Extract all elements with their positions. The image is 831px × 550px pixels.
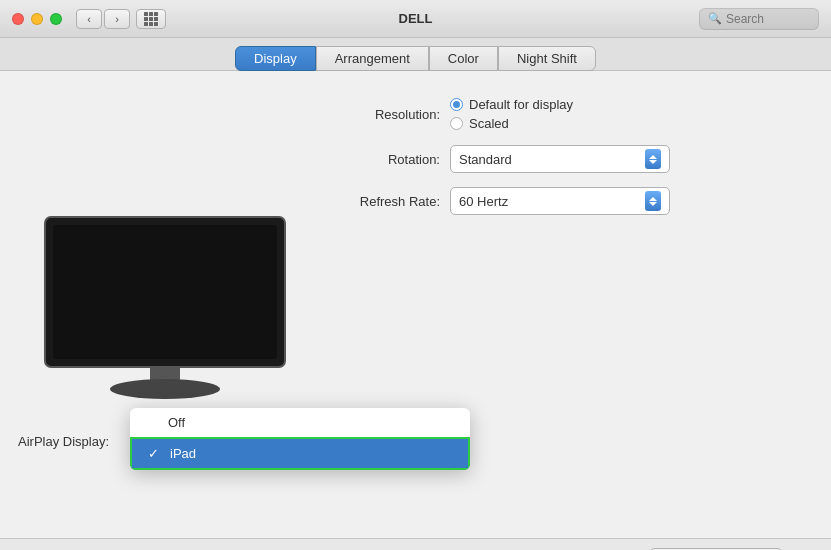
arrow-up-icon: [649, 197, 657, 201]
arrow-down-icon: [649, 160, 657, 164]
refresh-label: Refresh Rate:: [330, 194, 440, 209]
arrow-down-icon: [649, 202, 657, 206]
airplay-ipad-label: iPad: [170, 446, 196, 461]
refresh-row: Refresh Rate: 60 Hertz: [330, 187, 811, 215]
tab-arrangement[interactable]: Arrangement: [316, 46, 429, 71]
arrow-up-icon: [649, 155, 657, 159]
traffic-lights: [12, 13, 62, 25]
title-bar: ‹ › DELL 🔍: [0, 0, 831, 38]
resolution-default-radio[interactable]: [450, 98, 463, 111]
resolution-default-label: Default for display: [469, 97, 573, 112]
search-input[interactable]: [726, 12, 806, 26]
window-title: DELL: [399, 11, 433, 26]
rotation-select[interactable]: Standard: [450, 145, 670, 173]
resolution-options: Default for display Scaled: [450, 97, 573, 131]
forward-button[interactable]: ›: [104, 9, 130, 29]
airplay-label: AirPlay Display:: [18, 434, 115, 483]
rotation-label: Rotation:: [330, 152, 440, 167]
tab-night-shift[interactable]: Night Shift: [498, 46, 596, 71]
rotation-value: Standard: [459, 152, 512, 167]
svg-rect-1: [53, 225, 277, 359]
airplay-off-label: Off: [168, 415, 185, 430]
nav-buttons: ‹ ›: [76, 9, 130, 29]
search-box[interactable]: 🔍: [699, 8, 819, 30]
ipad-checkmark: ✓: [148, 446, 162, 461]
main-content: Resolution: Default for display Scaled: [0, 71, 831, 538]
tab-color[interactable]: Color: [429, 46, 498, 71]
grid-button[interactable]: [136, 9, 166, 29]
resolution-row: Resolution: Default for display Scaled: [330, 97, 811, 131]
close-button[interactable]: [12, 13, 24, 25]
airplay-option-off[interactable]: Off: [130, 408, 470, 437]
airplay-option-ipad[interactable]: ✓ iPad: [130, 437, 470, 470]
rotation-arrows: [645, 149, 661, 169]
minimize-button[interactable]: [31, 13, 43, 25]
monitor-icon: [35, 207, 295, 407]
refresh-value: 60 Hertz: [459, 194, 508, 209]
refresh-select[interactable]: 60 Hertz: [450, 187, 670, 215]
resolution-scaled-row: Scaled: [450, 116, 573, 131]
resolution-scaled-radio[interactable]: [450, 117, 463, 130]
resolution-scaled-label: Scaled: [469, 116, 509, 131]
resolution-default-row: Default for display: [450, 97, 573, 112]
maximize-button[interactable]: [50, 13, 62, 25]
resolution-label: Resolution:: [330, 107, 440, 122]
grid-icon: [144, 12, 158, 26]
tabs-bar: Display Arrangement Color Night Shift: [0, 38, 831, 71]
back-button[interactable]: ‹: [76, 9, 102, 29]
svg-point-3: [110, 379, 220, 399]
airplay-dropdown[interactable]: Off ✓ iPad: [130, 408, 470, 470]
rotation-row: Rotation: Standard: [330, 145, 811, 173]
search-icon: 🔍: [708, 12, 722, 25]
refresh-arrows: [645, 191, 661, 211]
tab-display[interactable]: Display: [235, 46, 316, 71]
bottom-bar: ✓ Show mirroring options in the menu bar…: [0, 538, 831, 550]
